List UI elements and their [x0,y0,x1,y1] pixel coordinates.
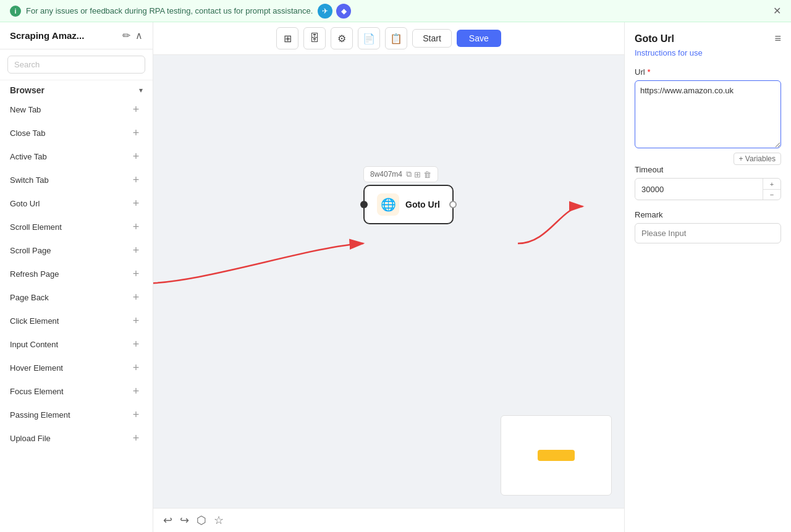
required-star: * [648,67,651,77]
save-button[interactable]: Save [457,30,501,47]
timeout-input[interactable] [635,180,763,198]
top-banner: i For any issues or feedback during RPA … [0,0,791,22]
search-input[interactable] [7,56,145,74]
sidebar-item-label: Scroll Page [10,246,51,255]
sidebar-header: Scraping Amaz... ✏ ∧ [0,22,153,49]
sidebar-items: Browser ▾ New Tab + Close Tab + Active T… [0,80,153,532]
canvas-node[interactable]: 🌐 Goto Url [363,185,454,224]
sidebar-item-label: Refresh Page [10,269,59,279]
redo-button[interactable]: ↪ [180,513,189,527]
delete-node-button[interactable]: 🗑 [423,169,431,179]
banner-message: For any issues or feedback during RPA te… [26,6,313,15]
bookmark-button[interactable]: ☆ [214,513,224,527]
sidebar-item-hover-element[interactable]: Hover Element + [0,356,153,379]
canvas-area: ⊞ 🗄 ⚙ 📄 📋 Start Save 8w407m4 ⧉ ⊞ 🗑 [153,22,624,532]
timeout-controls: + − [763,179,780,200]
add-page-back-button[interactable]: + [129,290,143,304]
canvas-bottom-toolbar: ↩ ↪ ⬡ ☆ [153,508,624,532]
sidebar-title: Scraping Amaz... [10,30,84,41]
banner-content: i For any issues or feedback during RPA … [10,4,351,19]
file-button[interactable]: 📄 [358,27,380,49]
globe-icon: 🌐 [377,193,399,216]
add-input-content-button[interactable]: + [129,337,143,351]
timeout-wrapper: + − [635,178,781,200]
notes-button[interactable]: 📋 [385,27,407,49]
copy-node-button[interactable]: ⧉ [406,169,412,179]
sidebar-item-label: Close Tab [10,129,46,138]
sidebar-item-label: Click Element [10,316,59,326]
sidebar-item-new-tab[interactable]: New Tab + [0,98,153,121]
browser-section-title: Browser [10,85,44,95]
sidebar-item-focus-element[interactable]: Focus Element + [0,379,153,403]
sidebar-item-refresh-page[interactable]: Refresh Page + [0,262,153,285]
timeout-increase-button[interactable]: + [763,179,780,189]
mini-map [501,415,612,496]
sidebar-item-label: Focus Element [10,387,64,396]
remark-input[interactable] [635,223,781,243]
sidebar-item-label: Page Back [10,293,49,302]
database-button[interactable]: 🗄 [303,27,326,49]
clone-node-button[interactable]: ⊞ [414,169,421,179]
instructions-link[interactable]: Instructions for use [635,48,703,57]
add-passing-element-button[interactable]: + [129,408,143,421]
close-banner-button[interactable]: ✕ [773,5,781,17]
panel-menu-button[interactable]: ≡ [774,32,781,45]
node-label-bar: 8w407m4 ⧉ ⊞ 🗑 [363,166,438,182]
collapse-sidebar-button[interactable]: ∧ [135,30,143,41]
sidebar-item-click-element[interactable]: Click Element + [0,309,153,332]
sidebar-item-label: Goto Url [10,199,40,208]
grid-view-button[interactable]: ⊞ [276,27,298,49]
add-active-tab-button[interactable]: + [129,150,143,163]
remark-field: Remark [635,210,781,243]
sidebar-header-actions: ✏ ∧ [122,30,143,41]
add-focus-element-button[interactable]: + [129,384,143,398]
sidebar-item-passing-element[interactable]: Passing Element + [0,403,153,426]
sidebar-item-active-tab[interactable]: Active Tab + [0,145,153,168]
sidebar-item-label: Active Tab [10,152,47,161]
sidebar-item-label: New Tab [10,105,41,114]
app-layout: Scraping Amaz... ✏ ∧ Browser ▾ New Tab + [0,22,791,532]
discord-icon[interactable]: ◆ [336,4,351,19]
sidebar-item-label: Switch Tab [10,175,49,185]
variables-button[interactable]: + Variables [734,153,781,165]
canvas-toolbar: ⊞ 🗄 ⚙ 📄 📋 Start Save [153,22,624,55]
url-input[interactable]: https://www.amazon.co.uk [635,80,781,148]
start-button[interactable]: Start [412,29,452,48]
add-upload-file-button[interactable]: + [129,431,143,445]
sidebar-item-close-tab[interactable]: Close Tab + [0,121,153,145]
sidebar-item-scroll-element[interactable]: Scroll Element + [0,215,153,239]
cube-button[interactable]: ⬡ [197,513,206,527]
sidebar-item-page-back[interactable]: Page Back + [0,285,153,309]
timeout-label: Timeout [635,165,781,174]
node-right-connector [449,201,457,208]
url-field: Url * https://www.amazon.co.uk + Variabl… [635,67,781,150]
sidebar-item-switch-tab[interactable]: Switch Tab + [0,168,153,192]
sidebar-item-input-content[interactable]: Input Content + [0,332,153,356]
add-scroll-element-button[interactable]: + [129,220,143,234]
settings-button[interactable]: ⚙ [331,27,353,49]
sidebar-item-label: Passing Element [10,410,70,420]
timeout-decrease-button[interactable]: − [763,189,780,200]
undo-button[interactable]: ↩ [163,513,172,527]
browser-section-toggle[interactable]: Browser ▾ [10,85,143,95]
add-refresh-page-button[interactable]: + [129,267,143,281]
add-new-tab-button[interactable]: + [129,103,143,116]
search-box [0,49,153,80]
add-close-tab-button[interactable]: + [129,126,143,140]
add-scroll-page-button[interactable]: + [129,243,143,257]
sidebar-item-scroll-page[interactable]: Scroll Page + [0,239,153,262]
remark-label: Remark [635,210,781,219]
url-field-label: Url * [635,67,781,77]
info-icon: i [10,6,21,17]
sidebar-item-goto-url[interactable]: Goto Url + [0,192,153,215]
telegram-icon[interactable]: ✈ [318,4,332,19]
canvas-node-wrapper: 8w407m4 ⧉ ⊞ 🗑 🌐 Goto Url [363,166,454,224]
add-hover-element-button[interactable]: + [129,361,143,374]
canvas-main[interactable]: 8w407m4 ⧉ ⊞ 🗑 🌐 Goto Url [153,55,624,508]
add-goto-url-button[interactable]: + [129,196,143,210]
add-click-element-button[interactable]: + [129,314,143,327]
add-switch-tab-button[interactable]: + [129,173,143,187]
edit-title-button[interactable]: ✏ [122,30,130,41]
right-panel: Goto Url ≡ Instructions for use Url * ht… [624,22,791,532]
sidebar-item-upload-file[interactable]: Upload File + [0,426,153,450]
